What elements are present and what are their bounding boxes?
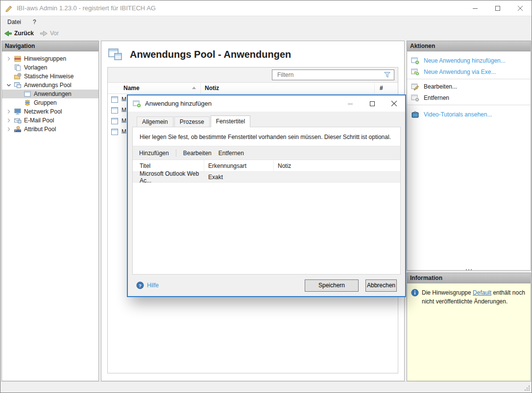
page-title: Anwendungs Pool - Anwendungen (130, 49, 291, 60)
templates-icon (14, 64, 22, 71)
email-pool-icon (14, 116, 22, 124)
nav-item-statische-hinweise[interactable]: Statische Hinweise (2, 72, 98, 81)
chevron-right-icon[interactable] (5, 116, 13, 124)
splitter-handle[interactable] (407, 267, 531, 272)
action-new-application-via-exe[interactable]: Neue Anwendung via Exe... (407, 66, 531, 77)
window-remove-icon (411, 94, 419, 102)
tab-prozesse[interactable]: Prozesse (174, 116, 210, 127)
nav-item-anwendungen[interactable]: Anwendungen (2, 90, 98, 98)
nav-item-label: Attribut Pool (24, 126, 56, 133)
action-label: Video-Tutorials ansehen... (424, 111, 492, 118)
window-add-icon (411, 57, 419, 65)
title-row[interactable]: Microsoft Outlook Web Ac... Exakt (133, 172, 400, 183)
window-add-exe-icon (411, 68, 419, 76)
cell-erkennungsart: Exakt (204, 172, 274, 182)
column-header-name[interactable]: Name (121, 83, 201, 93)
back-button[interactable]: Zurück (4, 30, 34, 37)
column-header-notiz[interactable]: Notiz (274, 160, 400, 171)
nav-item-anwendungs-pool[interactable]: Anwendungs Pool (2, 81, 98, 90)
svg-text:?: ? (139, 283, 142, 288)
filter-input[interactable] (276, 71, 384, 79)
nav-item-label: Hinweisgruppen (24, 55, 66, 62)
actions-separator (407, 79, 531, 79)
titlebar: IBI-aws Admin 1.23.0 - registriert für I… (0, 0, 532, 16)
menu-help[interactable]: ? (33, 19, 36, 25)
info-icon (411, 289, 419, 297)
statusbar (0, 381, 532, 393)
sort-ascending-icon (192, 85, 196, 92)
tab-allgemein[interactable]: Allgemein (137, 116, 173, 127)
filter-strip (108, 68, 398, 83)
default-group-link[interactable]: Default (473, 289, 491, 296)
nav-item-label: Vorlagen (24, 64, 47, 71)
application-row-icon (111, 128, 119, 136)
nav-item-attribut-pool[interactable]: Attribut Pool (2, 125, 98, 134)
action-label: Neue Anwendung hinzufügen... (424, 57, 506, 64)
forward-label: Vor (50, 30, 59, 37)
dialog-minimize-icon[interactable] (339, 95, 361, 112)
minimize-icon[interactable] (464, 0, 486, 16)
filter-funnel-icon[interactable] (384, 71, 391, 78)
nav-toolbar: Zurück Vor (0, 27, 532, 39)
actions-header: Aktionen (407, 41, 531, 51)
row-name: M (119, 107, 126, 114)
dialog-titlebar: Anwendung hinzufügen (128, 95, 405, 112)
column-header-notiz[interactable]: Notiz (201, 83, 374, 93)
filter-box[interactable] (272, 69, 394, 80)
nav-item-hinweisgruppen[interactable]: Hinweisgruppen (2, 54, 98, 63)
action-label: Neue Anwendung via Exe... (424, 69, 496, 75)
close-icon[interactable] (509, 0, 532, 16)
remove-title-button[interactable]: Entfernen (218, 150, 244, 157)
groups-icon (24, 99, 31, 107)
edit-title-button[interactable]: Bearbeiten (183, 150, 212, 157)
grid-header: Name Notiz # (108, 83, 398, 94)
nav-item-label: Anwendungs Pool (24, 82, 72, 89)
action-new-application[interactable]: Neue Anwendung hinzufügen... (407, 55, 531, 66)
cell-titel: Microsoft Outlook Web Ac... (133, 172, 204, 182)
action-label: Entfernen (424, 94, 449, 101)
back-label: Zurück (14, 30, 34, 37)
nav-item-gruppen[interactable]: Gruppen (2, 98, 98, 107)
menu-datei[interactable]: Datei (7, 19, 21, 25)
row-name: M (119, 128, 126, 135)
attribute-pool-icon (14, 125, 22, 133)
action-video-tutorials[interactable]: Video-Tutorials ansehen... (407, 109, 531, 120)
action-edit[interactable]: Bearbeiten... (407, 81, 531, 92)
dialog-close-icon[interactable] (383, 95, 405, 112)
resize-grip[interactable] (524, 385, 531, 392)
app-window: IBI-aws Admin 1.23.0 - registriert für I… (0, 0, 532, 393)
tab-description: Hier legen Sie fest, ob bestimmte Fenste… (133, 127, 400, 140)
dialog-footer: ? Hilfe Speichern Abbrechen (128, 275, 405, 296)
nav-item-netzwerk-pool[interactable]: Netzwerk Pool (2, 107, 98, 116)
application-row-icon (111, 117, 119, 125)
action-remove[interactable]: Entfernen (407, 92, 531, 103)
cancel-button[interactable]: Abbrechen (365, 279, 397, 292)
window-title: IBI-aws Admin 1.23.0 - registriert für I… (17, 4, 156, 12)
add-title-button[interactable]: Hinzufügen (139, 150, 169, 157)
dialog-title: Anwendung hinzufügen (145, 100, 212, 107)
column-header-count[interactable]: # (374, 83, 398, 93)
chevron-right-icon[interactable] (5, 108, 13, 116)
nav-item-vorlagen[interactable]: Vorlagen (2, 63, 98, 72)
video-tutorials-icon (411, 111, 419, 118)
chevron-down-icon[interactable] (5, 81, 13, 89)
nav-item-label: Statische Hinweise (24, 73, 73, 80)
menubar: Datei ? (0, 16, 532, 27)
static-notices-icon (14, 72, 22, 80)
tab-fenstertitel[interactable]: Fenstertitel (211, 116, 250, 127)
dialog-toolbar: Hinzufügen Bearbeiten Entfernen (133, 146, 400, 160)
nav-item-label: Anwendungen (34, 91, 72, 97)
dialog-maximize-icon[interactable] (361, 95, 383, 112)
window-edit-icon (411, 83, 419, 91)
column-header-erkennungsart[interactable]: Erkennungsart (204, 160, 274, 171)
save-button[interactable]: Speichern (305, 279, 359, 292)
nav-item-email-pool[interactable]: E-Mail Pool (2, 116, 98, 125)
chevron-right-icon[interactable] (5, 125, 13, 133)
chevron-right-icon[interactable] (5, 55, 13, 63)
applications-icon (24, 90, 31, 98)
forward-button[interactable]: Vor (40, 30, 59, 37)
nav-item-label: Gruppen (34, 99, 57, 106)
maximize-icon[interactable] (486, 0, 509, 16)
help-link[interactable]: ? Hilfe (136, 281, 159, 289)
navigation-header: Navigation (2, 41, 98, 51)
